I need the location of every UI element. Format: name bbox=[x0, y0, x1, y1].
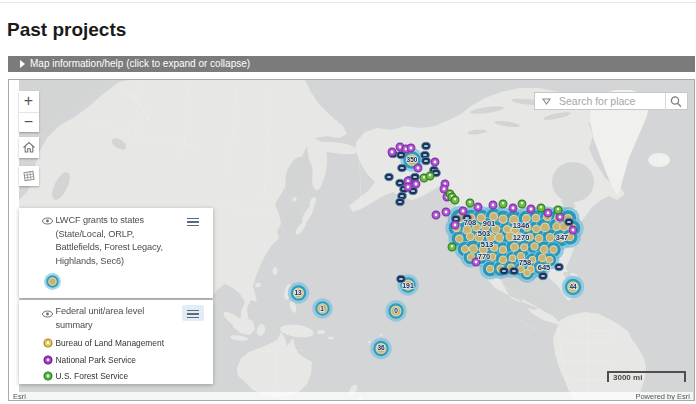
svg-text:770: 770 bbox=[478, 252, 491, 261]
svg-text:347: 347 bbox=[556, 233, 569, 242]
svg-text:503: 503 bbox=[478, 229, 491, 238]
svg-text:708: 708 bbox=[464, 218, 477, 227]
svg-text:758: 758 bbox=[519, 258, 532, 267]
svg-text:191: 191 bbox=[402, 282, 414, 289]
svg-text:901: 901 bbox=[483, 219, 496, 228]
svg-text:0: 0 bbox=[394, 307, 398, 314]
svg-text:1270: 1270 bbox=[513, 233, 530, 242]
svg-text:1: 1 bbox=[320, 305, 324, 312]
svg-text:513: 513 bbox=[481, 240, 494, 249]
svg-text:350: 350 bbox=[407, 156, 418, 163]
svg-text:36: 36 bbox=[377, 344, 385, 351]
svg-text:645: 645 bbox=[538, 263, 551, 272]
svg-text:44: 44 bbox=[569, 283, 577, 290]
svg-text:13: 13 bbox=[294, 289, 302, 296]
svg-text:1346: 1346 bbox=[513, 221, 530, 230]
